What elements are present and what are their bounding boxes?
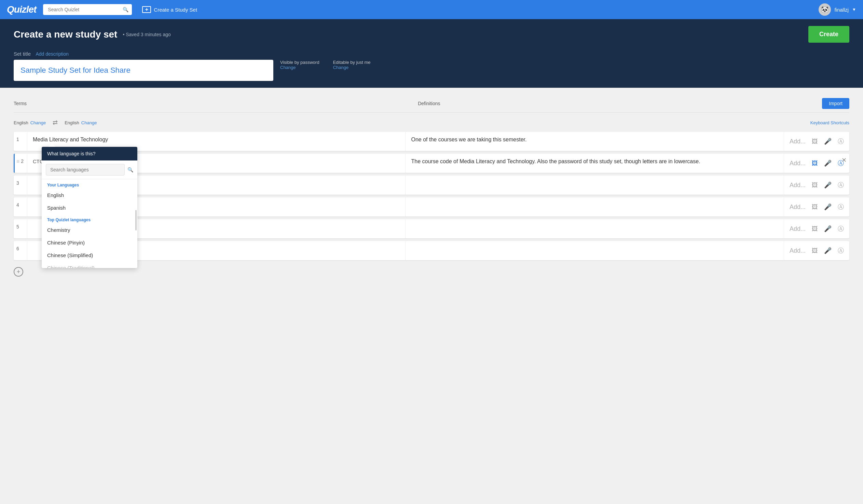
table-row: 4 Add... 🖼 🎤 Ⓐ <box>14 197 849 216</box>
add-image-btn-3[interactable]: Add... <box>788 180 807 190</box>
table-row: 6 Add... 🖼 🎤 Ⓐ <box>14 241 849 260</box>
image-icon-4[interactable]: 🖼 <box>810 202 819 212</box>
swap-languages-icon[interactable]: ⇄ <box>53 119 58 126</box>
audio-icon-5[interactable]: 🎤 <box>823 224 833 234</box>
add-card-row[interactable]: + <box>14 263 849 281</box>
your-languages-section-label: Your Languages <box>42 179 137 189</box>
editable-change-link[interactable]: Change <box>333 65 349 70</box>
language-option-chinese-traditional[interactable]: Chinese (Traditional) <box>42 262 137 268</box>
visibility-pair: Visible by password Change Editable by j… <box>280 60 371 70</box>
visible-change-link[interactable]: Change <box>280 65 296 70</box>
audio-icon-3[interactable]: 🎤 <box>823 180 833 190</box>
language-dropdown: What language is this? 🔍 Your Languages … <box>42 147 137 268</box>
image-icon-3[interactable]: 🖼 <box>810 180 819 190</box>
drag-handle-2[interactable]: ≡ <box>16 159 20 165</box>
language-search-input[interactable] <box>46 164 125 176</box>
language-option-chemistry[interactable]: Chemistry <box>42 224 137 236</box>
add-image-btn-2[interactable]: Add... <box>788 159 807 168</box>
editable-by-row: Editable by just me Change <box>333 60 371 70</box>
search-container: 🔍 <box>43 4 132 15</box>
saved-status: • Saved 3 minutes ago <box>123 32 171 37</box>
table-row: 3 Add... 🖼 🎤 Ⓐ <box>14 176 849 194</box>
sub-header: Create a new study set • Saved 3 minutes… <box>0 19 863 51</box>
card-actions-1: Add... 🖼 🎤 Ⓐ <box>784 132 849 151</box>
text-format-icon-1[interactable]: Ⓐ <box>836 136 845 147</box>
card-number-5: 5 <box>14 219 27 238</box>
card-number-3: 3 <box>14 176 27 194</box>
image-icon-1[interactable]: 🖼 <box>810 137 819 147</box>
terms-header: Terms Definitions Import <box>14 94 849 113</box>
card-number-1: 1 <box>14 132 27 151</box>
table-row: ≡2 CTGE6261 The course code of Media Lit… <box>14 154 849 173</box>
image-icon-5[interactable]: 🖼 <box>810 224 819 234</box>
close-card-2[interactable]: ✕ <box>841 156 847 164</box>
user-dropdown-arrow[interactable]: ▼ <box>852 7 856 12</box>
card-number-2: ≡2 <box>14 154 27 173</box>
import-button[interactable]: Import <box>822 98 849 109</box>
card-actions-6: Add... 🖼 🎤 Ⓐ <box>784 241 849 260</box>
definition-input-2[interactable]: The course code of Media Literacy and Te… <box>405 154 784 173</box>
create-study-set-icon: + <box>142 6 151 13</box>
avatar[interactable]: 🐼 <box>818 3 831 16</box>
create-study-set-nav[interactable]: + Create a Study Set <box>142 6 197 13</box>
search-input[interactable] <box>43 4 132 15</box>
create-study-set-label: Create a Study Set <box>154 7 197 13</box>
add-image-btn-6[interactable]: Add... <box>788 246 807 256</box>
language-option-spanish[interactable]: Spanish <box>42 201 137 214</box>
definition-input-6[interactable] <box>405 241 784 260</box>
definition-input-1[interactable]: One of the courses we are taking this se… <box>405 132 784 151</box>
definitions-lang-change[interactable]: Change <box>81 120 97 125</box>
dropdown-header: What language is this? <box>42 147 137 161</box>
card-actions-5: Add... 🖼 🎤 Ⓐ <box>784 219 849 238</box>
language-search-icon: 🔍 <box>127 167 133 173</box>
card-actions-4: Add... 🖼 🎤 Ⓐ <box>784 197 849 216</box>
table-row: 5 Add... 🖼 🎤 Ⓐ <box>14 219 849 238</box>
definition-input-4[interactable] <box>405 197 784 216</box>
page-title: Create a new study set <box>14 29 117 40</box>
image-icon-2[interactable]: 🖼 <box>810 159 819 168</box>
header-right: 🐼 finallzj ▼ <box>818 3 856 16</box>
add-card-icon[interactable]: + <box>14 267 23 277</box>
language-option-chinese-pinyin[interactable]: Chinese (Pinyin) <box>42 236 137 249</box>
card-actions-2: Add... 🖼 🎤 Ⓐ <box>784 154 849 173</box>
card-number-6: 6 <box>14 241 27 260</box>
title-input-row: Visible by password Change Editable by j… <box>14 60 849 81</box>
add-image-btn-4[interactable]: Add... <box>788 202 807 212</box>
definition-input-5[interactable] <box>405 219 784 238</box>
text-format-icon-4[interactable]: Ⓐ <box>836 201 845 212</box>
terms-lang-change[interactable]: Change <box>30 120 46 125</box>
image-icon-6[interactable]: 🖼 <box>810 246 819 256</box>
create-button[interactable]: Create <box>808 26 849 43</box>
language-bar: English Change ⇄ English Change Keyboard… <box>14 116 849 129</box>
add-image-btn-1[interactable]: Add... <box>788 137 807 147</box>
terms-lang-label: English <box>14 120 28 125</box>
audio-icon-4[interactable]: 🎤 <box>823 202 833 212</box>
text-format-icon-6[interactable]: Ⓐ <box>836 245 845 256</box>
username: finallzj <box>834 7 849 13</box>
text-format-icon-3[interactable]: Ⓐ <box>836 180 845 190</box>
audio-icon-1[interactable]: 🎤 <box>823 136 833 147</box>
language-option-chinese-simplified[interactable]: Chinese (Simplified) <box>42 249 137 262</box>
visible-label: Visible by password <box>280 60 320 65</box>
logo[interactable]: Quizlet <box>7 4 36 15</box>
table-row: 1 Media Literacy and Technology One of t… <box>14 132 849 151</box>
text-format-icon-5[interactable]: Ⓐ <box>836 223 845 234</box>
set-title-label: Set title <box>14 51 31 57</box>
add-image-btn-5[interactable]: Add... <box>788 224 807 234</box>
audio-icon-6[interactable]: 🎤 <box>823 245 833 256</box>
definition-input-3[interactable] <box>405 176 784 194</box>
language-option-english[interactable]: English <box>42 189 137 201</box>
header: Quizlet 🔍 + Create a Study Set 🐼 finallz… <box>0 0 863 19</box>
sub-header-left: Create a new study set • Saved 3 minutes… <box>14 29 171 40</box>
terms-column-header: Terms <box>14 101 418 106</box>
audio-icon-2[interactable]: 🎤 <box>823 158 833 168</box>
study-set-title-input[interactable] <box>14 60 273 81</box>
visible-by-row: Visible by password Change <box>280 60 320 70</box>
top-languages-section-label: Top Quizlet languages <box>42 214 137 224</box>
add-description-link[interactable]: Add description <box>36 51 69 57</box>
definitions-lang-label: English <box>65 120 79 125</box>
dropdown-arrow-up <box>49 143 55 147</box>
settings-area: Set title Add description Visible by pas… <box>0 51 863 88</box>
keyboard-shortcuts-link[interactable]: Keyboard Shortcuts <box>810 120 849 125</box>
dropdown-scrollbar[interactable] <box>135 210 137 230</box>
